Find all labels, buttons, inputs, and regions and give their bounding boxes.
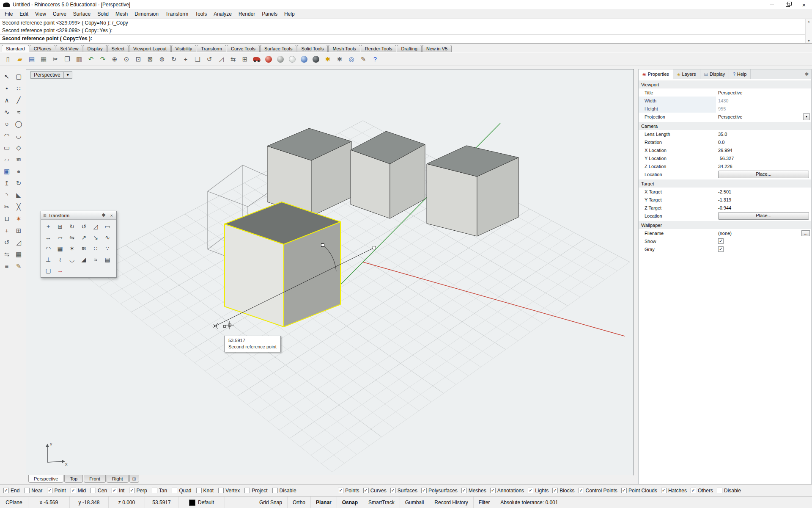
rotate-object-icon[interactable]: ↺ [1,236,13,248]
property-value-text[interactable]: -1.319 [718,197,731,202]
osnap-item-hatches[interactable]: ✓Hatches [661,488,687,494]
shaded-viewport-icon[interactable] [274,53,286,65]
paste-icon[interactable]: ▥ [73,53,85,65]
polyline-icon[interactable]: ∧ [1,94,13,106]
layer-pane[interactable]: Default [178,497,225,508]
gear-icon[interactable]: ✱ [100,213,107,218]
close-icon[interactable]: × [109,213,114,218]
property-value-text[interactable]: 35.0 [718,132,727,137]
export-origin-tool-icon[interactable]: → [54,265,66,276]
rotate-3d-tool-icon[interactable]: ↺ [78,221,90,232]
viewport-title-menu[interactable]: Perspective ▼ [30,71,72,79]
gray-checkbox[interactable]: ✓ [718,246,724,252]
flow-tool-icon[interactable]: ≈ [90,254,102,265]
project-checkbox[interactable] [244,488,250,493]
property-value-text[interactable]: -2.501 [718,189,731,194]
osnap-item-others[interactable]: ✓Others [691,488,713,494]
browse-button[interactable]: ... [801,230,810,236]
scale-1d-tool-icon[interactable]: ↔ [42,232,54,243]
mirror-object-icon[interactable]: ⇋ [1,248,13,260]
property-value-text[interactable]: 34.226 [718,164,732,169]
line-icon[interactable]: ╱ [13,94,25,106]
point-clouds-checkbox[interactable]: ✓ [621,488,627,493]
shear-tool-icon[interactable]: ▱ [54,232,66,243]
knot-checkbox[interactable] [196,488,202,493]
cplane-pane[interactable]: CPlane [0,497,28,508]
toolbar-tab-new-in-v5[interactable]: New in V5 [422,45,452,52]
command-prompt[interactable]: Second reference point ( Copy=Yes ): [0,34,812,42]
loft-icon[interactable]: ≋ [13,153,25,165]
xray-viewport-icon[interactable] [298,53,310,65]
mid-checkbox[interactable]: ✓ [71,488,76,493]
close-button[interactable]: × [796,0,812,9]
scroll-down-icon[interactable]: ▼ [807,39,810,42]
project-tool-icon[interactable]: ⊥ [42,254,54,265]
cage-edit-tool-icon[interactable]: ▢ [42,265,54,276]
osnap-item-int[interactable]: ✓Int [112,488,124,494]
copy-icon[interactable]: ⊞ [13,224,25,236]
transform-palette[interactable]: ⊞ Transform ✱ × +⊞↻↺◿▭↔▱⇋↗↘∿◠▦✶≋∷∵⊥≀◡◢≈▤… [41,211,117,278]
osnap-item-end[interactable]: ✓End [3,488,19,494]
annotations-checkbox[interactable]: ✓ [490,488,496,493]
print-icon[interactable]: ▦ [38,53,49,65]
copy-to-clipboard-icon[interactable]: ❐ [61,53,73,65]
scale-object-icon[interactable]: ◿ [13,236,25,248]
menu-edit[interactable]: Edit [16,10,32,18]
move-icon[interactable]: + [180,53,192,65]
mirror-tool-icon[interactable]: ⇋ [66,232,78,243]
scale-2d-tool-icon[interactable]: ▭ [102,221,113,232]
rotate-icon[interactable]: ↺ [203,53,215,65]
end-checkbox[interactable]: ✓ [3,488,9,493]
box-icon[interactable]: ▣ [1,165,13,177]
gumball-pane[interactable]: Gumball [400,497,430,508]
array-icon[interactable]: ▦ [13,248,25,260]
extrude-icon[interactable]: ↥ [1,177,13,189]
ellipse-icon[interactable]: ◯ [13,118,25,130]
toolbar-tab-render-tools[interactable]: Render Tools [361,45,397,52]
menu-file[interactable]: File [1,10,16,18]
restore-button[interactable] [780,0,796,9]
split-icon[interactable]: ╳ [13,201,25,213]
curves-checkbox[interactable]: ✓ [363,488,369,493]
osnap-item-perp[interactable]: ✓Perp [129,488,147,494]
blocks-checkbox[interactable]: ✓ [552,488,558,493]
save-file-icon[interactable]: ▤ [26,53,38,65]
pan-view-icon[interactable]: ⊕ [109,53,121,65]
point-checkbox[interactable]: ✓ [47,488,52,493]
gear-icon[interactable]: ✱ [802,69,811,79]
rotate-tool-icon[interactable]: ↻ [66,221,78,232]
toolbar-tab-solid-tools[interactable]: Solid Tools [297,45,328,52]
control-points-checkbox[interactable]: ✓ [579,488,584,493]
set-points-tool-icon[interactable]: ∵ [102,243,113,254]
orient-on-curve-tool-icon[interactable]: ◠ [42,243,54,254]
interpolate-curve-icon[interactable]: ≈ [13,106,25,118]
new-file-icon[interactable]: ▯ [2,53,14,65]
undo-icon[interactable]: ↶ [85,53,97,65]
osnap-pane[interactable]: Osnap [337,497,363,508]
viewport-tab-top[interactable]: Top [64,475,83,483]
viewport-tab-front[interactable]: Front [84,475,106,483]
place-button[interactable]: Place... [718,212,809,220]
flow-surface-tool-icon[interactable]: ▤ [102,254,113,265]
smarttrack-pane[interactable]: SmartTrack [363,497,400,508]
viewport-canvas[interactable]: yx [26,69,634,475]
osnap-item-surfaces[interactable]: ✓Surfaces [390,488,417,494]
panel-tab-properties[interactable]: ◉Properties [639,69,673,79]
disable-checkbox[interactable] [272,488,278,493]
mirror-icon[interactable]: ⇆ [227,53,239,65]
toolbar-tab-display[interactable]: Display [83,45,107,52]
visibility-icon[interactable]: ⊞ [239,53,251,65]
property-value-text[interactable]: -0.944 [718,205,731,210]
osnap-item-curves[interactable]: ✓Curves [363,488,387,494]
toolbar-tab-curve-tools[interactable]: Curve Tools [227,45,260,52]
planar-pane[interactable]: Planar [311,497,337,508]
panel-tab-display[interactable]: ▤Display [700,69,730,79]
vertex-checkbox[interactable] [218,488,224,493]
osnap-item-cen[interactable]: Cen [91,488,107,494]
menu-dimension[interactable]: Dimension [131,10,162,18]
selection-filter-icon[interactable]: ▢ [13,70,25,82]
menu-solid[interactable]: Solid [94,10,112,18]
viewport-tab-perspective[interactable]: Perspective [28,475,63,483]
osnap-item-tan[interactable]: Tan [152,488,167,494]
property-value-text[interactable]: (none) [718,231,732,236]
